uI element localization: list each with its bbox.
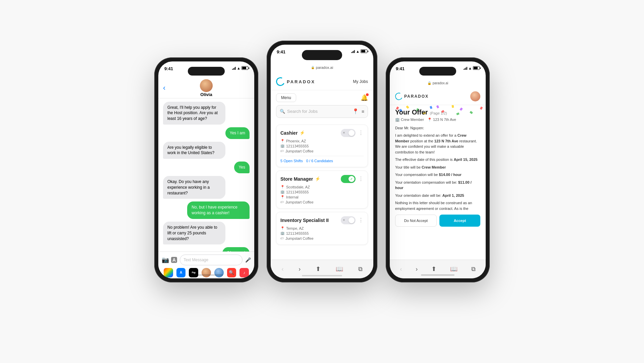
- filter-icon[interactable]: ≡: [362, 109, 364, 114]
- mic-icon[interactable]: 🎤: [245, 257, 251, 263]
- status-icons-center: ▲: [351, 49, 367, 53]
- offer-avatar: [470, 91, 480, 101]
- offer-title: Your Offer: [395, 108, 428, 116]
- para6: Your orientation date will be: April 1, …: [395, 193, 480, 198]
- contact-name: Olivia: [200, 92, 212, 97]
- music-icon[interactable]: ♪: [239, 268, 249, 277]
- message-text-input[interactable]: Text Message: [180, 255, 243, 265]
- offer-header: PARADOX: [390, 88, 486, 105]
- share-browser-btn[interactable]: ⬆: [316, 265, 321, 273]
- dots-menu-3[interactable]: ⋮: [358, 217, 364, 223]
- forward-btn-right[interactable]: ›: [416, 266, 418, 273]
- tabs-btn-right[interactable]: ⧉: [471, 266, 476, 273]
- back-btn-right[interactable]: ‹: [400, 266, 402, 273]
- shifts-badge[interactable]: 5 Open Shifts: [280, 159, 303, 163]
- offer-page: (Page 1/2): [430, 111, 447, 115]
- notification-bell-container: 🔔: [361, 94, 368, 101]
- dots-menu-2[interactable]: ⋮: [358, 176, 364, 182]
- time-right: 9:41: [396, 66, 405, 71]
- back-button[interactable]: ‹: [163, 84, 165, 92]
- wifi-center: ▲: [356, 49, 360, 53]
- url-text-right: paradox.ai: [433, 81, 448, 85]
- phone-left-screen: 9:41 ▲ ‹: [158, 61, 254, 278]
- appstore-icon[interactable]: A: [176, 268, 186, 277]
- home-bar-center: [302, 275, 342, 276]
- paradox-header: PARADOX My Jobs: [271, 74, 373, 90]
- status-icons-right: ▲: [464, 66, 480, 70]
- para7: Nothing in this letter should be constru…: [395, 200, 480, 211]
- message-4: Yes: [234, 162, 250, 173]
- offer-actions: Do Not Accept Accept: [395, 215, 480, 227]
- contact-info: Olivia: [200, 79, 213, 97]
- dynamic-island-right: [419, 67, 456, 76]
- message-3: Are you legally eligible to work in the …: [163, 142, 225, 159]
- position-icon: 🏢: [395, 118, 400, 122]
- job-actions-3: ✕ ⋮: [341, 216, 364, 224]
- para4: Your compensation will be $14.00 / hour: [395, 172, 480, 178]
- paradox-logo: PARADOX: [276, 77, 315, 86]
- photos-icon[interactable]: [164, 268, 173, 277]
- bar1: [232, 69, 233, 70]
- contact-1-icon[interactable]: [202, 268, 211, 277]
- paradox-logo-text: PARADOX: [287, 79, 315, 84]
- accept-button[interactable]: Accept: [439, 215, 480, 227]
- forward-browser-btn[interactable]: ›: [299, 266, 301, 273]
- job-footer-1: 5 Open Shifts 0 / 6 Candidates: [280, 156, 364, 163]
- job-location-3: 📍 Tempe, AZ: [280, 226, 364, 230]
- phone-center: 9:41 ▲ 🔒 pa: [267, 41, 377, 282]
- share-btn-right[interactable]: ⬆: [431, 265, 436, 273]
- signal-left: [232, 66, 236, 70]
- decline-button[interactable]: Do Not Accept: [395, 215, 437, 227]
- input-row: 📷 A Text Message 🎤: [158, 252, 254, 268]
- message-2: Yes I am: [225, 127, 250, 139]
- menu-button[interactable]: Menu: [276, 93, 296, 102]
- salutation: Dear Mr. Nguyen:: [395, 125, 480, 131]
- toggle-manager[interactable]: ✓: [341, 175, 356, 183]
- job-location-1: 📍 Phoenix, AZ: [280, 139, 364, 143]
- para2: The effective date of this position is A…: [395, 157, 480, 163]
- brand-text-3: Jumpstart Coffee: [285, 236, 314, 240]
- toggle-inventory[interactable]: ✕: [341, 216, 356, 224]
- dots-menu-1[interactable]: ⋮: [358, 130, 364, 136]
- bookmarks-browser-btn[interactable]: 📖: [336, 265, 343, 273]
- job-title-row-3: Inventory Specialist II: [280, 218, 329, 223]
- camera-icon[interactable]: 📷: [162, 256, 169, 264]
- search-actions: 📍 ≡: [352, 108, 364, 115]
- message-8: Of course!: [222, 247, 250, 251]
- phone-text-1: 12113455555: [286, 144, 309, 148]
- address-icon: 📍: [427, 118, 432, 122]
- search-icon[interactable]: 🔍: [227, 268, 236, 277]
- job-title-row-1: Cashier ⚡: [280, 130, 305, 136]
- job-title-3: Inventory Specialist II: [280, 218, 329, 223]
- battery-fill: [242, 67, 246, 69]
- offer-logo-text: PARADOX: [404, 94, 429, 99]
- phone-left: 9:41 ▲ ‹: [154, 57, 258, 282]
- location-icon[interactable]: 📍: [352, 108, 359, 115]
- dock-row: A Pay 🔍 ♪: [158, 268, 254, 278]
- dynamic-island-center: [302, 50, 342, 60]
- tabs-browser-btn[interactable]: ⧉: [358, 266, 363, 273]
- battery-tip: [249, 67, 249, 69]
- apps-icon[interactable]: A: [171, 257, 177, 263]
- my-jobs-button[interactable]: My Jobs: [353, 79, 368, 84]
- bookmarks-btn-right[interactable]: 📖: [450, 265, 458, 273]
- search-bar-container: 🔍 Search for Jobs 📍 ≡: [271, 105, 373, 118]
- candidates-badge[interactable]: 0 / 6 Candidates: [306, 159, 333, 163]
- offer-content: Your Offer (Page 1/2) 🏢 Crew Member 📍 12…: [390, 105, 486, 260]
- contact-2-icon[interactable]: [214, 268, 224, 277]
- job-brand-1: 🏷 Jumpstart Coffee: [280, 149, 364, 153]
- job-extra-2: 📍 Internal: [280, 195, 364, 199]
- message-1: Great, I'll help you apply for the Host …: [163, 102, 225, 125]
- applepay-icon[interactable]: Pay: [189, 268, 198, 277]
- battery-left: [241, 66, 248, 70]
- job-header-1: Cashier ⚡ ✕ ⋮: [280, 129, 364, 137]
- menu-bar: Menu 🔔: [271, 90, 373, 105]
- back-browser-btn[interactable]: ‹: [281, 266, 283, 273]
- toggle-cashier[interactable]: ✕: [341, 129, 356, 137]
- offer-body: Dear Mr. Nguyen: I am delighted to exten…: [395, 125, 480, 212]
- job-title-1: Cashier: [280, 130, 298, 136]
- battery-right: [473, 66, 480, 70]
- phone-right: 9:41 ▲ 🔒 pa: [386, 57, 490, 282]
- offer-location-row: 🏢 Crew Member 📍 123 N 7th Ave: [395, 118, 480, 122]
- bar2: [233, 68, 234, 70]
